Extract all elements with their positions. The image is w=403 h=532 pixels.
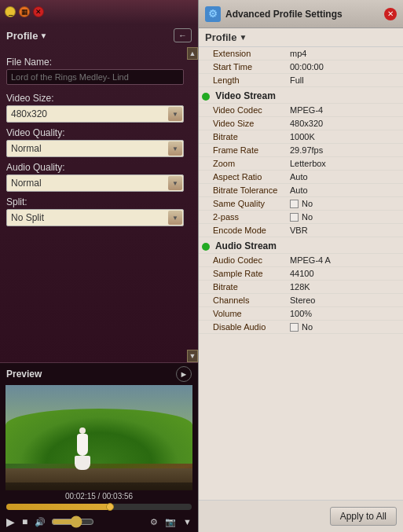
video-size-select[interactable]: 480x320: [6, 105, 184, 123]
settings-table-wrap: Extension mp4 Start Time 00:00:00 Length…: [199, 47, 403, 500]
back-button[interactable]: ←: [174, 28, 192, 42]
table-row: Audio Codec MPEG-4 A: [199, 254, 403, 267]
progress-bar-wrap[interactable]: [0, 502, 198, 512]
preview-section: Preview ► 00:02:15 / 00:03:56: [0, 362, 198, 532]
volume-icon[interactable]: 🔊: [33, 515, 47, 529]
video-quality-select-wrap: Normal ▼: [6, 140, 184, 157]
right-title-bar: ⚙ Advanced Profile Settings ✕: [199, 0, 403, 28]
profile-text-left: Profile: [6, 30, 38, 42]
encode-mode-label: Encode Mode: [199, 224, 285, 237]
preview-arrow-button[interactable]: ►: [176, 366, 192, 382]
start-time-label: Start Time: [199, 61, 285, 74]
camera-icon[interactable]: 📷: [163, 515, 178, 529]
audio-bitrate-label: Bitrate: [199, 281, 285, 294]
preview-header: Preview ►: [0, 363, 198, 385]
extension-value: mp4: [285, 47, 403, 61]
audio-quality-select[interactable]: Normal: [6, 174, 184, 192]
audio-bitrate-value: 128K: [285, 281, 403, 294]
disable-audio-value: No: [285, 321, 403, 334]
table-row: Zoom Letterbox: [199, 157, 403, 171]
file-name-input[interactable]: [6, 69, 184, 85]
scroll-up-button[interactable]: ▲: [187, 47, 198, 60]
video-codec-value: MPEG-4: [285, 104, 403, 117]
volume-label: Volume: [199, 307, 285, 321]
start-time-value: 00:00:00: [285, 61, 403, 74]
close-button-left[interactable]: ✕: [33, 6, 44, 17]
audio-quality-select-wrap: Normal ▼: [6, 174, 184, 192]
progress-thumb[interactable]: [106, 503, 114, 511]
video-overlay: [5, 482, 192, 490]
bride-figure: [75, 427, 90, 470]
table-row: Encode Mode VBR: [199, 224, 403, 237]
audio-stream-dot: [202, 243, 210, 251]
volume-value: 100%: [285, 307, 403, 321]
right-footer: Apply to All: [199, 500, 403, 532]
video-quality-label: Video Quality:: [6, 127, 184, 138]
bitrate-tolerance-label: Bitrate Tolerance: [199, 184, 285, 197]
bitrate-tolerance-value: Auto: [285, 184, 403, 197]
audio-quality-label: Audio Quality:: [6, 162, 184, 173]
audio-codec-value: MPEG-4 A: [285, 254, 403, 267]
sample-rate-label: Sample Rate: [199, 267, 285, 281]
right-panel: ⚙ Advanced Profile Settings ✕ Profile ▼ …: [198, 0, 403, 532]
video-size-select-wrap: 480x320 ▼: [6, 105, 184, 123]
same-quality-checkbox[interactable]: [290, 200, 299, 208]
video-quality-select[interactable]: Normal: [6, 140, 184, 157]
table-row: Bitrate Tolerance Auto: [199, 184, 403, 197]
table-row: 2-pass No: [199, 211, 403, 224]
right-title-text: Advanced Profile Settings: [225, 9, 379, 20]
stop-button[interactable]: ■: [20, 515, 29, 529]
minimize-button[interactable]: ⎯: [5, 6, 16, 17]
dropdown-arrow-icon: ▼: [39, 31, 47, 40]
channels-label: Channels: [199, 294, 285, 307]
length-label: Length: [199, 74, 285, 87]
extension-label: Extension: [199, 47, 285, 61]
apply-to-all-button[interactable]: Apply to All: [330, 507, 397, 526]
scroll-down-button[interactable]: ▼: [187, 350, 198, 362]
table-row: Start Time 00:00:00: [199, 61, 403, 74]
settings-icon[interactable]: ⚙: [148, 515, 159, 529]
two-pass-checkbox[interactable]: [290, 213, 299, 222]
time-display: 00:02:15 / 00:03:56: [0, 490, 198, 502]
profile-header-left: Profile ▼ ←: [0, 24, 198, 47]
disable-audio-text: No: [302, 322, 313, 332]
profile-dropdown-icon: ▼: [239, 33, 247, 42]
frame-rate-value: 29.97fps: [285, 144, 403, 157]
channels-value: Stereo: [285, 294, 403, 307]
audio-stream-label: Audio Stream: [215, 240, 277, 251]
length-value: Full: [285, 74, 403, 87]
table-row: Aspect Ratio Auto: [199, 171, 403, 184]
video-stream-section-header: Video Stream: [199, 87, 403, 104]
table-row: Same Quality No: [199, 197, 403, 211]
bitrate-label: Bitrate: [199, 130, 285, 144]
controls-bar: ▶ ■ 🔊 ⚙ 📷 ▼: [0, 512, 198, 532]
close-button-right[interactable]: ✕: [384, 8, 397, 20]
play-button[interactable]: ▶: [5, 514, 16, 530]
more-icon[interactable]: ▼: [181, 515, 193, 528]
progress-fill: [6, 504, 110, 510]
frame-rate-label: Frame Rate: [199, 144, 285, 157]
profile-header-right: Profile ▼: [199, 28, 403, 47]
table-row: Bitrate 128K: [199, 281, 403, 294]
app-icon: ⚙: [205, 6, 221, 22]
bitrate-value: 1000K: [285, 130, 403, 144]
progress-bar-bg[interactable]: [6, 504, 192, 510]
profile-label-left: Profile ▼: [6, 30, 47, 42]
table-row: Extension mp4: [199, 47, 403, 61]
video-codec-label: Video Codec: [199, 104, 285, 117]
form-area: File Name: Video Size: 480x320 ▼ Video Q…: [0, 47, 198, 362]
table-row: Video Codec MPEG-4: [199, 104, 403, 117]
table-row: Volume 100%: [199, 307, 403, 321]
volume-slider[interactable]: [51, 515, 94, 528]
restore-button[interactable]: ▦: [19, 6, 30, 17]
same-quality-text: No: [302, 199, 313, 208]
video-size-label-r: Video Size: [199, 117, 285, 130]
table-row: Video Size 480x320: [199, 117, 403, 130]
aspect-ratio-value: Auto: [285, 171, 403, 184]
two-pass-value: No: [285, 211, 403, 224]
disable-audio-label: Disable Audio: [199, 321, 285, 334]
split-select[interactable]: No Split: [6, 209, 184, 226]
audio-stream-section-header: Audio Stream: [199, 237, 403, 254]
disable-audio-checkbox[interactable]: [290, 323, 299, 332]
preview-label: Preview: [6, 369, 42, 380]
